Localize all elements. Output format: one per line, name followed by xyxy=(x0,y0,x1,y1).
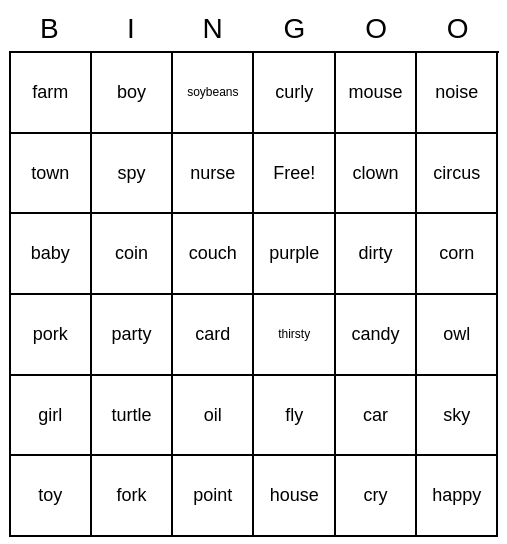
grid-row: toyforkpointhousecryhappy xyxy=(11,456,499,537)
grid-cell: nurse xyxy=(173,134,254,215)
grid-cell: toy xyxy=(11,456,92,537)
header-letter: B xyxy=(9,13,91,45)
grid-cell: girl xyxy=(11,376,92,457)
grid-cell: fly xyxy=(254,376,335,457)
grid-cell: couch xyxy=(173,214,254,295)
grid-cell: turtle xyxy=(92,376,173,457)
grid-cell: dirty xyxy=(336,214,417,295)
grid-cell: noise xyxy=(417,53,498,134)
grid-cell: car xyxy=(336,376,417,457)
header-letter: O xyxy=(417,13,499,45)
grid-cell: oil xyxy=(173,376,254,457)
grid-cell: clown xyxy=(336,134,417,215)
grid-cell: house xyxy=(254,456,335,537)
grid-cell: town xyxy=(11,134,92,215)
grid-cell: thirsty xyxy=(254,295,335,376)
grid-cell: farm xyxy=(11,53,92,134)
grid-cell: spy xyxy=(92,134,173,215)
grid-cell: Free! xyxy=(254,134,335,215)
grid-cell: corn xyxy=(417,214,498,295)
grid-cell: purple xyxy=(254,214,335,295)
bingo-grid: farmboysoybeanscurlymousenoisetownspynur… xyxy=(9,51,499,537)
grid-cell: boy xyxy=(92,53,173,134)
grid-cell: card xyxy=(173,295,254,376)
grid-cell: curly xyxy=(254,53,335,134)
grid-cell: soybeans xyxy=(173,53,254,134)
grid-cell: happy xyxy=(417,456,498,537)
header-letter: G xyxy=(254,13,336,45)
grid-cell: owl xyxy=(417,295,498,376)
grid-row: porkpartycardthirstycandyowl xyxy=(11,295,499,376)
grid-cell: circus xyxy=(417,134,498,215)
grid-cell: fork xyxy=(92,456,173,537)
header-letter: I xyxy=(90,13,172,45)
grid-cell: mouse xyxy=(336,53,417,134)
grid-row: townspynurseFree!clowncircus xyxy=(11,134,499,215)
header-letter: N xyxy=(172,13,254,45)
grid-cell: cry xyxy=(336,456,417,537)
grid-row: girlturtleoilflycarsky xyxy=(11,376,499,457)
grid-cell: pork xyxy=(11,295,92,376)
grid-cell: party xyxy=(92,295,173,376)
bingo-card: BINGOO farmboysoybeanscurlymousenoisetow… xyxy=(9,7,499,537)
grid-cell: point xyxy=(173,456,254,537)
grid-cell: coin xyxy=(92,214,173,295)
header-letter: O xyxy=(335,13,417,45)
bingo-header: BINGOO xyxy=(9,7,499,51)
grid-cell: baby xyxy=(11,214,92,295)
grid-cell: sky xyxy=(417,376,498,457)
grid-row: babycoincouchpurpledirtycorn xyxy=(11,214,499,295)
grid-cell: candy xyxy=(336,295,417,376)
grid-row: farmboysoybeanscurlymousenoise xyxy=(11,53,499,134)
